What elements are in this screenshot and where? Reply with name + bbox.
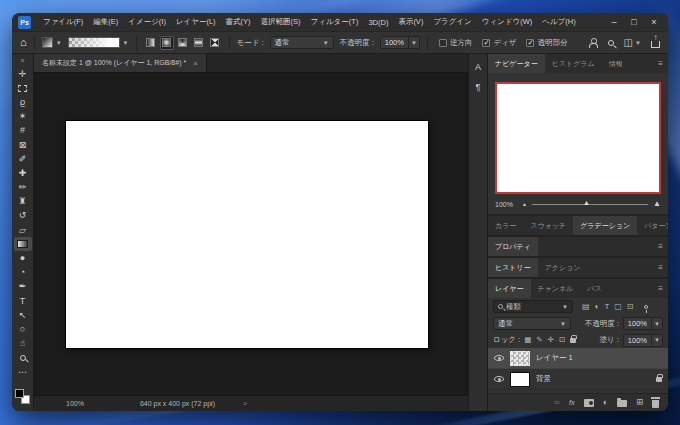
lock-position-icon[interactable]: ✛ [548, 336, 554, 344]
panel-tab[interactable]: プロパティ [488, 237, 538, 256]
layer-style-icon[interactable]: fx [569, 398, 575, 407]
menu-item[interactable]: ファイル(F) [38, 17, 88, 27]
option-checkbox[interactable]: 透明部分 [526, 38, 567, 48]
layer-opacity-dropdown-button[interactable]: ▼ [652, 317, 663, 330]
layer-name[interactable]: レイヤー 1 [536, 353, 573, 363]
move-tool[interactable]: ✛ [14, 67, 32, 81]
layer-fill-value[interactable]: 100% [623, 334, 652, 347]
status-chevron-icon[interactable]: > [243, 400, 247, 407]
option-checkbox[interactable]: 逆方向 [439, 38, 473, 48]
navigator-preview[interactable] [495, 82, 661, 194]
dodge-tool[interactable]: ◔ [14, 266, 32, 280]
zoom-in-icon[interactable]: ▲ [653, 200, 661, 208]
layer-name[interactable]: 背景 [536, 374, 551, 384]
eyedropper-tool[interactable]: ✐ [14, 152, 32, 166]
path-selection-tool[interactable]: ↖ [14, 308, 32, 322]
layer-opacity-value[interactable]: 100% [623, 317, 652, 330]
delete-layer-icon[interactable] [652, 400, 659, 408]
new-group-icon[interactable] [617, 400, 627, 407]
workspace-switcher[interactable]: ◫ ▼ [624, 38, 641, 48]
zoom-tool[interactable] [14, 351, 32, 365]
zoom-level-field[interactable]: 100% [66, 400, 84, 407]
layer-row[interactable]: 背景 [488, 369, 668, 390]
toolbar-ellipsis[interactable]: ⋯ [14, 365, 32, 379]
panel-menu-icon[interactable]: ≡ [658, 285, 668, 293]
layer-row[interactable]: レイヤー 1 [488, 348, 668, 369]
panel-tab[interactable]: パス [580, 279, 608, 298]
layer-thumbnail[interactable] [510, 372, 530, 387]
share-icon[interactable] [651, 41, 660, 48]
character-panel-icon[interactable]: A [475, 63, 481, 72]
panel-tab[interactable]: 情報 [602, 54, 630, 73]
panel-menu-icon[interactable]: ≡ [658, 60, 668, 68]
layer-blend-mode-select[interactable]: 通常 ▼ [493, 317, 571, 330]
add-mask-icon[interactable] [584, 399, 594, 407]
close-button[interactable]: × [644, 17, 664, 27]
filter-smart-object-icon[interactable]: ⊡ [627, 303, 634, 311]
minimize-button[interactable]: – [604, 17, 624, 27]
type-tool[interactable]: T [14, 294, 32, 308]
layer-filter-select[interactable]: 種類 ▼ [493, 300, 573, 313]
shape-tool[interactable]: ○ [14, 322, 32, 336]
panel-menu-icon[interactable]: ≡ [658, 264, 668, 272]
marquee-tool[interactable] [14, 81, 32, 95]
panel-tab[interactable]: カラー [488, 216, 523, 235]
menu-item[interactable]: 選択範囲(S) [256, 17, 306, 27]
opacity-dropdown-button[interactable]: ▼ [409, 36, 420, 49]
maximize-button[interactable]: □ [624, 17, 644, 27]
foreground-color-swatch[interactable] [15, 389, 24, 398]
menu-item[interactable]: レイヤー(L) [171, 17, 221, 27]
menu-item[interactable]: 表示(V) [393, 17, 428, 27]
toolbar-overflow-icon[interactable]: » [21, 57, 25, 64]
visibility-eye-icon[interactable] [494, 355, 504, 361]
new-layer-icon[interactable]: ⊞ [636, 398, 643, 407]
lock-transparency-icon[interactable]: ▦ [524, 336, 531, 344]
brush-tool[interactable]: ✏ [14, 181, 32, 195]
healing-brush-tool[interactable]: ✚ [14, 166, 32, 180]
frame-tool[interactable]: ⊠ [14, 138, 32, 152]
clone-stamp-tool[interactable]: ♜ [14, 195, 32, 209]
menu-item[interactable]: 3D(D) [363, 18, 393, 27]
gradient-tool[interactable] [14, 237, 32, 251]
navigator-zoom-value[interactable]: 100% [495, 201, 517, 208]
tab-close-icon[interactable]: × [193, 59, 198, 68]
panel-tab[interactable]: チャンネル [531, 279, 581, 298]
adjustment-layer-icon[interactable]: ◐ [603, 398, 608, 407]
filter-shape-icon[interactable]: ▢ [614, 303, 622, 311]
reflected-gradient-button[interactable] [192, 36, 206, 50]
canvas[interactable] [66, 121, 428, 348]
lock-paint-icon[interactable]: ✎ [536, 336, 542, 344]
menu-item[interactable]: イメージ(I) [123, 17, 171, 27]
gradient-picker[interactable]: ▼ [68, 37, 129, 48]
blend-mode-select[interactable]: 通常 ▼ [270, 36, 334, 49]
quick-selection-tool[interactable]: ✶ [14, 110, 32, 124]
slider-thumb[interactable]: ▲ [583, 199, 590, 206]
pen-tool[interactable]: ✒ [14, 280, 32, 294]
history-brush-tool[interactable]: ↺ [14, 209, 32, 223]
panel-tab[interactable]: ヒストリー [488, 258, 538, 277]
panel-tab[interactable]: スウォッチ [523, 216, 573, 235]
menu-item[interactable]: 編集(E) [88, 17, 123, 27]
panel-tab[interactable]: アクション [538, 258, 588, 277]
panel-tab[interactable]: ヒストグラム [545, 54, 602, 73]
lock-artboard-icon[interactable]: ⊡ [559, 336, 565, 344]
eraser-tool[interactable]: ▱ [14, 223, 32, 237]
menu-item[interactable]: プラグイン [428, 17, 476, 27]
hand-tool[interactable]: ☝ [14, 337, 32, 351]
panel-tab[interactable]: レイヤー [488, 279, 531, 298]
menu-item[interactable]: ウィンドウ(W) [477, 17, 537, 27]
lasso-tool[interactable]: ϱ [14, 95, 32, 109]
option-checkbox[interactable]: ディザ [482, 38, 516, 48]
angle-gradient-button[interactable] [176, 36, 190, 50]
navigator-zoom-slider[interactable]: ▲ [532, 204, 648, 205]
panel-tab[interactable]: ナビゲーター [488, 54, 545, 73]
linear-gradient-button[interactable] [144, 36, 158, 50]
panel-tab[interactable]: パターン [637, 216, 668, 235]
radial-gradient-button[interactable] [160, 36, 174, 50]
filter-adjustment-icon[interactable]: ◐ [595, 303, 600, 311]
filter-pin-icon[interactable] [644, 305, 648, 309]
search-icon[interactable] [608, 40, 614, 46]
lock-all-icon[interactable] [570, 338, 576, 343]
paragraph-panel-icon[interactable]: ¶ [476, 83, 481, 92]
crop-tool[interactable]: # [14, 124, 32, 138]
